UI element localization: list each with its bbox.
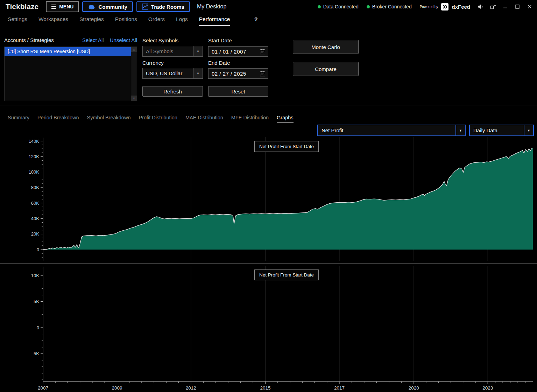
community-label: Community (98, 4, 127, 10)
svg-text:140K: 140K (29, 139, 40, 144)
menu-button[interactable]: MENU (46, 1, 79, 12)
broker-status: Broker Connected (367, 4, 412, 9)
symbols-value: All Symbols (143, 46, 193, 56)
start-date-field[interactable]: 01 / 01 / 2007 (208, 46, 268, 57)
currency-label: Currency (142, 60, 164, 66)
select-symbols-label: Select Symbols (142, 37, 178, 43)
tab-performance[interactable]: Performance (199, 16, 230, 26)
metric-dropdown[interactable]: Net Profit ▼ (317, 125, 466, 136)
end-date-field[interactable]: 02 / 27 / 2025 (208, 68, 268, 79)
data-status: Data Connected (318, 4, 359, 9)
help-label: ? (254, 16, 257, 22)
svg-text:60K: 60K (31, 201, 39, 206)
end-date-value[interactable]: 02 / 27 / 2025 (212, 71, 260, 77)
unselect-all-link[interactable]: Unselect All (110, 37, 137, 43)
tab-orders[interactable]: Orders (148, 16, 165, 25)
accounts-strategies-label: Accounts / Strategies (4, 37, 54, 43)
svg-text:2015: 2015 (260, 385, 271, 391)
chart-title: Net Profit From Start Date (254, 270, 319, 280)
tab-logs[interactable]: Logs (176, 16, 188, 25)
dxfeed-logo-icon (441, 3, 448, 10)
analysis-tab-symbol-breakdown[interactable]: Symbol Breakdown (87, 115, 131, 123)
scroll-up-icon[interactable]: ▲ (131, 47, 137, 52)
currency-value: USD, US Dollar (143, 68, 193, 78)
analysis-tab-graphs[interactable]: Graphs (277, 115, 294, 123)
analysis-tab-period-breakdown[interactable]: Period Breakdown (37, 115, 79, 123)
svg-text:100K: 100K (29, 169, 40, 175)
svg-text:0: 0 (37, 247, 39, 252)
end-date-label: End Date (208, 60, 230, 66)
calendar-icon[interactable] (260, 49, 266, 55)
secondary-chart[interactable]: 10K5K0-5K2007200920122015201720202023 (0, 264, 537, 392)
symbols-dropdown[interactable]: All Symbols ▼ (142, 46, 203, 57)
app-logo: Tickblaze (6, 2, 38, 11)
volume-icon[interactable] (476, 2, 485, 11)
start-date-value[interactable]: 01 / 01 / 2007 (212, 49, 260, 55)
svg-text:0: 0 (37, 325, 39, 330)
svg-text:80K: 80K (31, 185, 39, 190)
menu-label: MENU (59, 4, 73, 9)
chart-title: Net Profit From Start Date (254, 141, 319, 152)
svg-text:2017: 2017 (334, 385, 345, 391)
cloud-icon (88, 4, 96, 9)
compare-button[interactable]: Compare (293, 62, 359, 76)
monte-carlo-button[interactable]: Monte Carlo (293, 40, 359, 54)
svg-text:2009: 2009 (112, 385, 122, 391)
tab-workspaces[interactable]: Workspaces (38, 16, 68, 25)
analysis-tab-profit-distribution[interactable]: Profit Distribution (139, 115, 177, 123)
maximize-icon[interactable] (513, 2, 522, 11)
reset-button[interactable]: Reset (208, 86, 268, 97)
chevron-down-icon[interactable]: ▼ (524, 125, 533, 135)
tab-positions[interactable]: Positions (115, 16, 137, 25)
dock-window-icon[interactable] (488, 2, 497, 11)
analysis-tab-summary[interactable]: Summary (8, 115, 29, 123)
divider (0, 105, 537, 105)
analysis-tab-mae-distribution[interactable]: MAE Distribution (185, 115, 223, 123)
tab-settings[interactable]: Settings (8, 16, 27, 25)
svg-text:120K: 120K (29, 154, 40, 159)
svg-text:-5K: -5K (32, 351, 40, 356)
trade-rooms-label: Trade Rooms (151, 4, 184, 10)
refresh-button[interactable]: Refresh (142, 86, 203, 97)
data-status-label: Data Connected (323, 4, 359, 9)
trade-rooms-button[interactable]: Trade Rooms (136, 1, 190, 12)
broker-connected-dot (367, 5, 370, 8)
tab-strategies[interactable]: Strategies (79, 16, 104, 25)
svg-text:40K: 40K (31, 216, 39, 221)
titlebar: Tickblaze MENU Community Trade Rooms My … (0, 0, 537, 13)
community-button[interactable]: Community (82, 1, 133, 12)
accounts-strategies-row: Accounts / Strategies Select All Unselec… (4, 37, 137, 43)
data-connected-dot (318, 5, 321, 8)
chevron-down-icon[interactable]: ▼ (193, 46, 203, 56)
calendar-icon[interactable] (260, 71, 266, 77)
svg-text:5K: 5K (34, 299, 39, 304)
broker-status-label: Broker Connected (372, 4, 412, 9)
powered-by-label: Powered by (420, 5, 438, 9)
scroll-down-icon[interactable]: ▼ (131, 96, 137, 101)
hamburger-icon (51, 5, 56, 9)
metric-value: Net Profit (318, 125, 455, 135)
minimize-icon[interactable] (501, 2, 510, 11)
dxfeed-label: dxFeed (452, 4, 470, 10)
select-all-link[interactable]: Select All (82, 37, 104, 43)
strategy-list: [#0] Short RSI Mean Reversion [USD] (5, 47, 131, 101)
my-desktop-label: My Desktop (197, 4, 226, 10)
svg-text:2023: 2023 (482, 385, 493, 391)
divider (0, 263, 537, 264)
net-profit-chart[interactable]: 140K120K100K80K60K40K20K0 (0, 136, 537, 263)
strategy-list-item[interactable]: [#0] Short RSI Mean Reversion [USD] (5, 47, 131, 56)
help-button[interactable]: ? (254, 16, 257, 22)
chevron-down-icon[interactable]: ▼ (193, 68, 203, 78)
main-tabs: SettingsWorkspacesStrategiesPositionsOrd… (8, 16, 230, 26)
chevron-down-icon[interactable]: ▼ (455, 125, 465, 135)
analysis-tab-mfe-distribution[interactable]: MFE Distribution (231, 115, 269, 123)
close-icon[interactable] (525, 2, 534, 11)
strategy-list-scrollbar[interactable]: ▲ ▼ (131, 47, 137, 101)
svg-text:20K: 20K (31, 231, 39, 237)
frequency-dropdown[interactable]: Daily Data ▼ (469, 125, 534, 136)
analysis-tabs: SummaryPeriod BreakdownSymbol BreakdownP… (8, 115, 294, 123)
start-date-label: Start Date (208, 37, 232, 43)
svg-text:2012: 2012 (186, 385, 196, 391)
svg-text:2007: 2007 (38, 385, 48, 391)
currency-dropdown[interactable]: USD, US Dollar ▼ (142, 68, 203, 79)
